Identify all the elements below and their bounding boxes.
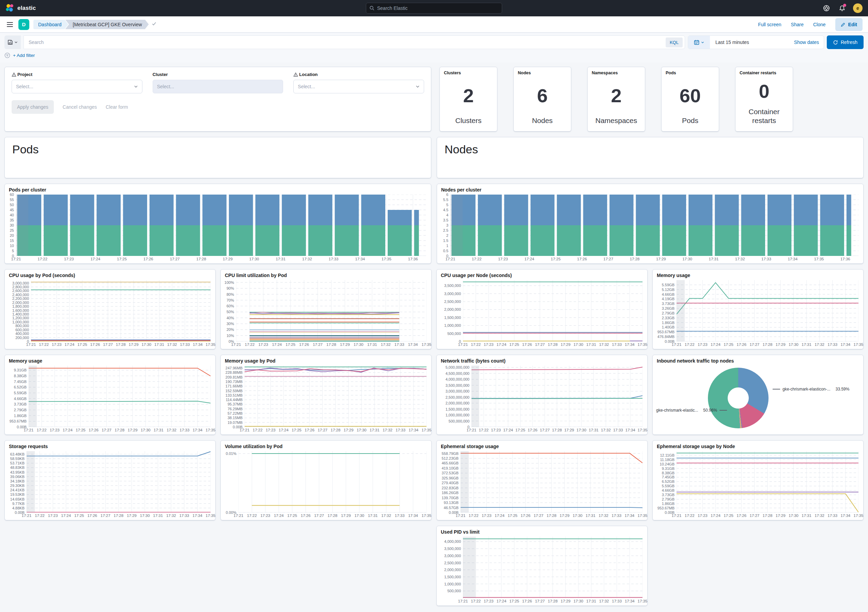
location-select[interactable]: Select... (293, 80, 424, 93)
clear-form-button[interactable]: Clear form (105, 104, 128, 110)
y-tick-label: 19.07MB (228, 421, 243, 425)
x-tick-label: 17:26 (736, 514, 746, 517)
cancel-changes-button[interactable]: Cancel changes (63, 104, 97, 110)
metric-value: 0 (739, 75, 789, 107)
x-tick-label: 17:22 (37, 257, 47, 261)
x-axis-labels: 17:2117:2217:2317:2417:2517:2617:2717:28… (26, 513, 211, 520)
x-tick-label: 17:22 (37, 428, 46, 432)
x-tick-label: 17:23 (498, 257, 508, 261)
x-tick-label: 17:35 (206, 342, 215, 346)
x-tick-label: 17:29 (223, 257, 232, 261)
x-tick-label: 17:22 (245, 342, 255, 346)
metric-nodes: Nodes 6 Nodes (513, 67, 571, 132)
chart-body: 0.00B953.67MB1.86GB2.79GB3.73GB4.66GB5.5… (5, 364, 215, 427)
y-tick-label: 279.40GB (442, 481, 459, 485)
x-tick-label: 17:23 (266, 428, 276, 432)
x-tick-label: 17:31 (801, 514, 811, 517)
y-tick-label: 5.5 (443, 198, 448, 202)
query-search-placeholder: Search (29, 40, 666, 45)
edit-button[interactable]: Edit (835, 18, 863, 31)
brand-text: elastic (17, 5, 36, 12)
x-tick-label: 17:31 (153, 514, 163, 517)
x-tick-label: 17:29 (561, 599, 570, 603)
time-range-value[interactable]: Last 15 minutes (710, 40, 794, 45)
x-tick-label: 17:33 (613, 428, 623, 432)
y-tick-label: 0.01% (226, 452, 236, 455)
y-tick-label: 209.81MB (226, 375, 243, 379)
help-icon[interactable] (822, 3, 831, 13)
x-tick-label: 17:28 (196, 257, 206, 261)
chevron-down-icon (14, 40, 18, 44)
control-location: Location Select... (293, 72, 424, 93)
x-tick-label: 17:27 (535, 599, 545, 603)
menu-hamburger-icon[interactable] (5, 21, 14, 28)
clone-button[interactable]: Clone (813, 22, 826, 27)
x-tick-label: 17:36 (840, 257, 850, 261)
y-tick-label: 38.15MB (228, 416, 243, 420)
x-tick-label: 17:35 (422, 514, 432, 517)
chart-title: Volume utilization by Pod (221, 441, 431, 450)
chart-title: Memory usage by Pod (221, 355, 431, 364)
calendar-button[interactable] (688, 36, 710, 49)
y-tick-label: 1.86GB (14, 414, 26, 418)
y-tick-label: 6.52GB (14, 385, 26, 389)
apply-changes-button[interactable]: Apply changes (12, 100, 54, 114)
y-tick-label: 76.29MB (228, 407, 243, 411)
x-tick-label: 17:30 (789, 514, 798, 517)
query-bar: Search KQL Last 15 minutes Show dates Re… (0, 33, 868, 49)
y-tick-label: 53.71KB (10, 461, 25, 465)
global-search-input[interactable]: Search Elastic (366, 3, 502, 14)
project-select[interactable]: Select... (12, 80, 143, 93)
y-tick-label: 4.19GB (662, 297, 674, 301)
query-search-input[interactable]: Search KQL (23, 36, 685, 49)
metric-container-restarts: Container restarts 0 Container restarts (735, 67, 793, 132)
y-tick-label: 953.67MB (657, 506, 674, 510)
x-tick-label: 17:27 (101, 514, 110, 517)
y-tick-label: 4,500,000,000 (446, 371, 470, 376)
chart-plot (245, 366, 426, 427)
x-tick-label: 17:26 (299, 342, 309, 346)
show-dates-button[interactable]: Show dates (794, 40, 824, 45)
chart-title: Nodes per cluster (437, 184, 863, 193)
y-tick-label: 4.66GB (14, 397, 26, 401)
full-screen-button[interactable]: Full screen (758, 22, 781, 27)
x-tick-label: 17:32 (166, 514, 176, 517)
x-tick-label: 17:24 (524, 257, 534, 261)
breadcrumb: Dashboard [Metricbeat GCP] GKE Overview (33, 20, 157, 29)
chart-body: 0.00B46.57GB93.13GB139.70GB186.26GB232.8… (437, 450, 647, 513)
x-tick-label: 17:34 (840, 514, 850, 517)
refresh-button[interactable]: Refresh (827, 36, 863, 49)
elastic-logo[interactable]: elastic (5, 4, 36, 12)
filter-icon[interactable] (5, 53, 10, 58)
breadcrumb-dashboard[interactable]: Dashboard (33, 20, 68, 29)
y-tick-label: 2.5 (443, 228, 448, 232)
avatar[interactable]: e (853, 3, 863, 13)
chart-title: Memory usage (653, 270, 863, 279)
chart-plot (29, 366, 211, 427)
space-badge[interactable]: D (19, 19, 29, 30)
edit-button-label: Edit (848, 22, 857, 27)
x-tick-label: 17:32 (167, 342, 177, 346)
date-picker: Last 15 minutes Show dates (688, 36, 824, 49)
x-axis-labels: 17:2117:2217:2317:2417:2517:2617:2717:28… (239, 513, 426, 520)
x-tick-label: 17:28 (326, 342, 336, 346)
add-filter-button[interactable]: + Add filter (13, 53, 35, 58)
notifications-bell-icon[interactable] (837, 3, 847, 13)
y-tick-label: 3,000,000 (444, 292, 461, 296)
x-tick-label: 17:34 (193, 342, 203, 346)
saved-check-icon[interactable] (152, 21, 157, 28)
saved-query-button[interactable] (5, 36, 21, 49)
x-tick-label: 17:25 (508, 514, 518, 517)
chart-plot (450, 194, 859, 256)
y-tick-label: 3.73GB (662, 301, 674, 306)
cluster-select[interactable]: Select... (153, 80, 284, 93)
kql-selector-button[interactable]: KQL (666, 37, 683, 47)
chart-plot (463, 537, 642, 598)
chart-memory-usage-pods: Memory usage0.00B953.67MB1.86GB2.79GB3.7… (5, 355, 215, 435)
x-tick-label: 17:25 (74, 514, 84, 517)
share-button[interactable]: Share (791, 22, 804, 27)
x-tick-label: 17:32 (599, 599, 609, 603)
x-tick-label: 17:23 (484, 342, 494, 346)
y-tick-label: 4.66GB (662, 488, 674, 492)
y-tick-label: 247.96MB (226, 366, 243, 370)
